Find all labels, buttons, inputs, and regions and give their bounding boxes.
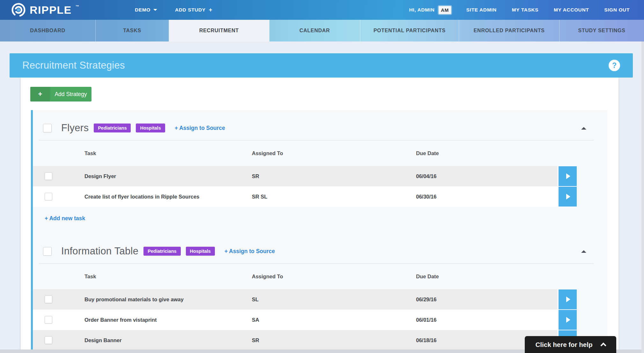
help-widget-label: Click here for help — [536, 341, 593, 349]
content-card: + Add Strategy Flyers Pediatricians Hosp… — [21, 78, 618, 353]
task-name: Create list of flyer locations in Ripple… — [84, 194, 252, 200]
task-due-date: 06/30/16 — [416, 194, 557, 200]
task-checkbox[interactable] — [45, 336, 52, 344]
task-due-date: 06/01/16 — [416, 317, 557, 323]
page-title: Recruitment Strategies — [22, 60, 125, 71]
task-checkbox[interactable] — [45, 316, 52, 324]
collapse-caret-icon[interactable] — [581, 250, 586, 253]
strategy-section-information-table: Information Table Pediatricians Hospital… — [33, 233, 607, 350]
help-icon[interactable]: ? — [609, 60, 620, 71]
arrow-right-icon — [566, 173, 570, 179]
nav-sign-out[interactable]: SIGN OUT — [604, 7, 630, 13]
nav-left: DEMO ADD STUDY + — [135, 6, 212, 13]
task-checkbox[interactable] — [45, 172, 52, 180]
tab-study-settings[interactable]: STUDY SETTINGS — [560, 20, 644, 41]
header-assigned-to: Assigned To — [252, 150, 416, 156]
add-new-task-link[interactable]: + Add new task — [45, 215, 85, 222]
chevron-down-icon — [153, 9, 157, 11]
app-root: RIPPLE ™ DEMO ADD STUDY + HI, ADMIN AM S… — [0, 0, 644, 353]
task-row: Design Banner SR 06/18/16 — [33, 330, 557, 350]
task-due-date: 06/04/16 — [416, 173, 557, 179]
vertical-scrollbar[interactable] — [641, 41, 644, 353]
add-strategy-button[interactable]: + Add Strategy — [30, 87, 91, 101]
assign-to-source-link[interactable]: + Assign to Source — [175, 125, 225, 131]
strategy-name: Flyers — [61, 122, 89, 134]
tab-bar: DASHBOARD TASKS RECRUITMENT CALENDAR POT… — [0, 20, 644, 41]
strategy-list: Flyers Pediatricians Hospitals + Assign … — [31, 110, 607, 350]
source-tag[interactable]: Pediatricians — [94, 124, 131, 132]
arrow-right-icon — [566, 194, 570, 199]
strategy-checkbox[interactable] — [43, 124, 52, 132]
source-tag[interactable]: Hospitals — [186, 247, 215, 256]
tab-enrolled-participants[interactable]: ENROLLED PARTICIPANTS — [459, 20, 560, 41]
header-task: Task — [84, 150, 252, 156]
add-strategy-label: Add Strategy — [50, 87, 91, 101]
brand[interactable]: RIPPLE ™ — [11, 3, 116, 17]
user-greeting: HI, ADMIN AM — [409, 6, 451, 14]
header-assigned-to: Assigned To — [252, 274, 416, 280]
tab-dashboard[interactable]: DASHBOARD — [0, 20, 96, 41]
study-dropdown[interactable]: DEMO — [135, 7, 157, 13]
task-assigned-to: SR — [252, 337, 416, 343]
nav-right: HI, ADMIN AM SITE ADMIN MY TASKS MY ACCO… — [409, 6, 630, 14]
task-name: Order Banner from vistaprint — [84, 317, 252, 323]
task-table-header: Task Assigned To Due Date — [33, 140, 607, 166]
header-due-date: Due Date — [416, 150, 607, 156]
task-row: Create list of flyer locations in Ripple… — [33, 186, 557, 207]
question-glyph: ? — [612, 61, 617, 70]
strategy-name: Information Table — [61, 245, 138, 257]
plus-icon: + — [30, 87, 50, 101]
ripple-logo-icon — [11, 3, 26, 17]
arrow-right-icon — [566, 317, 570, 323]
task-row: Buy promotional materials to give away S… — [33, 289, 557, 310]
source-tag[interactable]: Pediatricians — [143, 247, 180, 256]
header-due-date: Due Date — [416, 274, 607, 280]
avatar[interactable]: AM — [439, 6, 451, 14]
open-task-button[interactable] — [559, 187, 577, 207]
task-table-header: Task Assigned To Due Date — [33, 264, 607, 289]
task-checkbox[interactable] — [45, 296, 52, 303]
nav-site-admin[interactable]: SITE ADMIN — [466, 7, 497, 13]
task-assigned-to: SR — [252, 173, 416, 179]
strategy-header: Information Table Pediatricians Hospital… — [33, 233, 607, 263]
tab-calendar[interactable]: CALENDAR — [269, 20, 360, 41]
plus-icon: + — [209, 6, 213, 13]
open-task-button[interactable] — [559, 310, 577, 330]
source-tag[interactable]: Hospitals — [136, 124, 165, 132]
task-name: Design Flyer — [84, 173, 252, 179]
task-row: Order Banner from vistaprint SA 06/01/16 — [33, 310, 557, 330]
greeting-text: HI, ADMIN — [409, 7, 435, 13]
task-checkbox[interactable] — [45, 193, 52, 200]
tab-potential-participants[interactable]: POTENTIAL PARTICIPANTS — [360, 20, 459, 41]
open-task-button[interactable] — [559, 289, 577, 309]
collapse-caret-icon[interactable] — [581, 127, 586, 130]
page-body: Recruitment Strategies ? + Add Strategy … — [0, 41, 644, 353]
header-task: Task — [84, 274, 252, 280]
task-name: Design Banner — [84, 337, 252, 343]
add-study-button[interactable]: ADD STUDY + — [175, 6, 213, 13]
task-assigned-to: SL — [252, 297, 416, 303]
strategy-header: Flyers Pediatricians Hospitals + Assign … — [33, 110, 607, 140]
task-assigned-to: SR SL — [252, 194, 416, 200]
strategy-section-flyers: Flyers Pediatricians Hospitals + Assign … — [33, 110, 607, 233]
chevron-up-icon — [601, 342, 606, 348]
open-task-button[interactable] — [559, 166, 577, 186]
strategy-checkbox[interactable] — [43, 247, 52, 256]
add-study-label: ADD STUDY — [175, 7, 206, 13]
nav-my-account[interactable]: MY ACCOUNT — [554, 7, 589, 13]
brand-trademark: ™ — [76, 4, 79, 8]
top-navbar: RIPPLE ™ DEMO ADD STUDY + HI, ADMIN AM S… — [0, 0, 644, 20]
task-due-date: 06/29/16 — [416, 297, 557, 303]
page-title-bar: Recruitment Strategies ? — [10, 53, 633, 78]
task-row: Design Flyer SR 06/04/16 — [33, 166, 557, 186]
study-dropdown-label: DEMO — [135, 7, 150, 13]
nav-my-tasks[interactable]: MY TASKS — [512, 7, 538, 13]
task-assigned-to: SA — [252, 317, 416, 323]
arrow-right-icon — [566, 297, 570, 302]
help-widget[interactable]: Click here for help — [525, 336, 616, 353]
assign-to-source-link[interactable]: + Assign to Source — [224, 248, 275, 255]
brand-name: RIPPLE — [30, 3, 72, 17]
tab-recruitment[interactable]: RECRUITMENT — [169, 20, 269, 41]
tab-tasks[interactable]: TASKS — [96, 20, 169, 41]
task-name: Buy promotional materials to give away — [84, 297, 252, 303]
